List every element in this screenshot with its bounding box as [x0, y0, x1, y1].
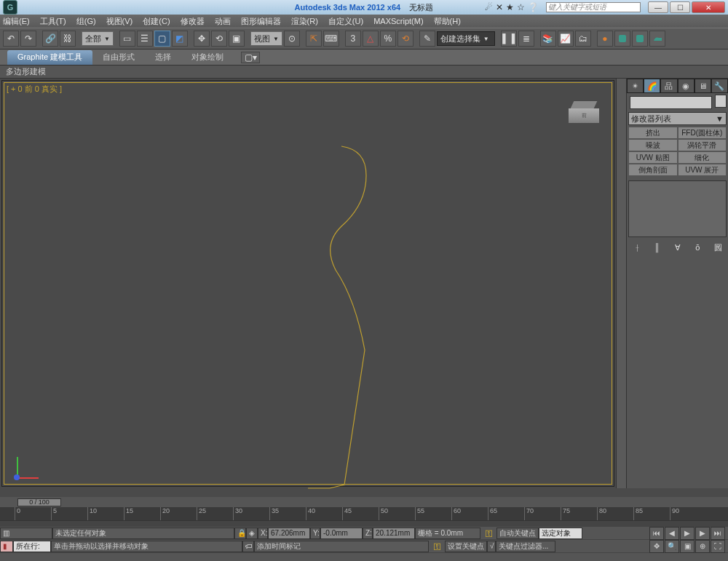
minimize-button[interactable]: — — [648, 1, 668, 13]
mirror-button[interactable]: ▌▐ — [501, 31, 517, 47]
mod-turbosmooth[interactable]: 涡轮平滑 — [678, 139, 727, 151]
menu-animation[interactable]: 动画 — [215, 16, 231, 27]
keyboard-shortcut-button[interactable]: ⌨ — [323, 31, 339, 47]
menu-tools[interactable]: 工具(T) — [40, 16, 66, 27]
menu-modifiers[interactable]: 修改器 — [181, 16, 205, 27]
ribbon-tab-objectpaint[interactable]: 对象绘制 — [181, 50, 234, 65]
star-icon[interactable]: ☆ — [517, 2, 525, 12]
curve-editor-button[interactable]: 📈 — [558, 31, 574, 47]
mod-extrude[interactable]: 挤出 — [628, 127, 678, 139]
timetag-icon[interactable]: 🏷 — [242, 541, 254, 552]
refcoord-dropdown[interactable]: 视图▼ — [250, 31, 282, 46]
nav-fov-button[interactable]: ▣ — [680, 540, 695, 553]
show-end-icon[interactable]: ║ — [652, 242, 663, 253]
menu-rendering[interactable]: 渲染(R) — [291, 16, 318, 27]
keyfilter-button[interactable]: 关键点过滤器... — [496, 541, 555, 552]
help-icon[interactable]: ❔ — [528, 2, 539, 12]
angle-snap-button[interactable]: △ — [363, 31, 379, 47]
utilities-tab[interactable]: 🔧 — [711, 79, 728, 93]
nav-pan-button[interactable]: ✥ — [649, 540, 664, 553]
goto-end-button[interactable]: ⏭ — [711, 527, 725, 540]
mod-uvwunwrap[interactable]: UVW 展开 — [678, 164, 727, 176]
prev-frame-button[interactable]: ◀ — [665, 527, 679, 540]
nav-maximize-button[interactable]: ⛶ — [711, 540, 725, 553]
setkey-button[interactable]: 设置关键点 — [445, 541, 487, 552]
redo-button[interactable]: ↷ — [20, 31, 36, 47]
render-button[interactable] — [649, 31, 665, 47]
select-region-button[interactable]: ▢ — [154, 31, 170, 47]
percent-snap-button[interactable]: % — [380, 31, 396, 47]
quick-access[interactable]: ☄ ✕ ★ ☆ ❔ — [485, 2, 539, 12]
align-button[interactable]: ≣ — [518, 31, 534, 47]
select-button[interactable]: ▭ — [119, 31, 135, 47]
lock-icon[interactable]: 🔒 — [234, 528, 246, 539]
spline-object[interactable] — [2, 81, 627, 492]
coord-mode-icon[interactable]: ◈ — [246, 528, 258, 539]
mod-bevelprofile[interactable]: 倒角剖面 — [628, 164, 678, 176]
link-button[interactable]: 🔗 — [42, 31, 58, 47]
z-input[interactable]: 20.121mm — [373, 528, 415, 539]
modifier-list-dropdown[interactable]: 修改器列表▼ — [628, 112, 727, 125]
select-name-button[interactable]: ☰ — [137, 31, 153, 47]
selection-filter[interactable]: 全部▼ — [82, 31, 114, 46]
menu-help[interactable]: 帮助(H) — [434, 16, 461, 27]
undo-button[interactable]: ↶ — [3, 31, 19, 47]
listener-label[interactable]: 所在行: — [13, 541, 51, 552]
keymode-dropdown[interactable]: 选定对象 — [539, 528, 582, 539]
rotate-button[interactable]: ⟲ — [211, 31, 227, 47]
viewport[interactable]: [ + 0 前 0 真实 ] 前 — [1, 80, 614, 487]
timeline[interactable]: 0 / 100 05101520253035404550556065707580… — [0, 497, 728, 520]
viewcube[interactable]: 前 — [569, 101, 599, 123]
configure-icon[interactable]: 囻 — [712, 242, 724, 253]
close-button[interactable]: ✕ — [692, 1, 725, 13]
search-input[interactable]: 键入关键字或短语 — [546, 2, 641, 12]
add-timetag[interactable]: 添加时间标记 — [254, 541, 429, 552]
render-setup-button[interactable] — [614, 31, 630, 47]
material-editor-button[interactable]: ● — [597, 31, 613, 47]
maximize-button[interactable]: ☐ — [670, 1, 690, 13]
x-input[interactable]: 67.206mm — [268, 528, 310, 539]
schematic-button[interactable]: 🗂 — [575, 31, 591, 47]
layers-button[interactable]: 📚 — [540, 31, 556, 47]
ribbon-tab-freeform[interactable]: 自由形式 — [92, 50, 145, 65]
snap-button[interactable]: 3 — [345, 31, 361, 47]
menu-group[interactable]: 组(G) — [76, 16, 96, 27]
ribbon-minimize-button[interactable]: ▢▾ — [241, 52, 260, 63]
menu-create[interactable]: 创建(C) — [143, 16, 170, 27]
next-frame-button[interactable]: ▶ — [695, 527, 710, 540]
app-icon[interactable]: G — [3, 0, 17, 15]
scale-button[interactable]: ▣ — [229, 31, 245, 47]
nav-zoom-button[interactable]: 🔍 — [665, 540, 679, 553]
display-tab[interactable]: 🖥 — [695, 79, 711, 93]
unlink-button[interactable]: ⛓ — [60, 31, 76, 47]
spinner-snap-button[interactable]: ⟲ — [397, 31, 414, 47]
mod-ffd[interactable]: FFD(圆柱体) — [678, 127, 727, 139]
window-crossing-button[interactable]: ◩ — [172, 31, 188, 47]
y-input[interactable]: -0.0mm — [320, 528, 363, 539]
menu-grapheditors[interactable]: 图形编辑器 — [241, 16, 281, 27]
star-icon[interactable]: ★ — [506, 2, 514, 12]
select-manipulate-button[interactable]: ⇱ — [306, 31, 322, 47]
unique-icon[interactable]: ∀ — [672, 242, 684, 253]
object-color-swatch[interactable] — [715, 95, 727, 108]
ribbon-tab-modeling[interactable]: Graphite 建模工具 — [7, 50, 92, 65]
hierarchy-tab[interactable]: 品 — [660, 79, 677, 93]
rendered-frame-button[interactable] — [632, 31, 648, 47]
time-ruler[interactable]: 051015202530354045505560657075808590 — [0, 507, 728, 520]
move-button[interactable]: ✥ — [194, 31, 210, 47]
autokey-button[interactable]: 自动关键点 — [496, 528, 539, 539]
key-icon-2[interactable]: ⚿ — [429, 541, 445, 552]
pivot-button[interactable]: ⊙ — [284, 31, 300, 47]
motion-tab[interactable]: ◉ — [678, 79, 695, 93]
editnamedsel-button[interactable]: ✎ — [419, 31, 435, 47]
script-indicator[interactable]: ▮ — [0, 541, 13, 552]
ribbon-tab-selection[interactable]: 选择 — [145, 50, 181, 65]
menu-customize[interactable]: 自定义(U) — [328, 16, 363, 27]
remove-mod-icon[interactable]: ŏ — [692, 242, 703, 253]
tool-icon[interactable]: ✕ — [496, 2, 503, 12]
play-button[interactable]: ▶ — [680, 527, 695, 540]
modifier-stack[interactable] — [628, 180, 727, 237]
create-tab[interactable]: ✴ — [627, 79, 644, 93]
key-icon[interactable]: ⚿ — [480, 528, 496, 539]
ribbon-subpanel[interactable]: 多边形建模 — [0, 65, 728, 79]
